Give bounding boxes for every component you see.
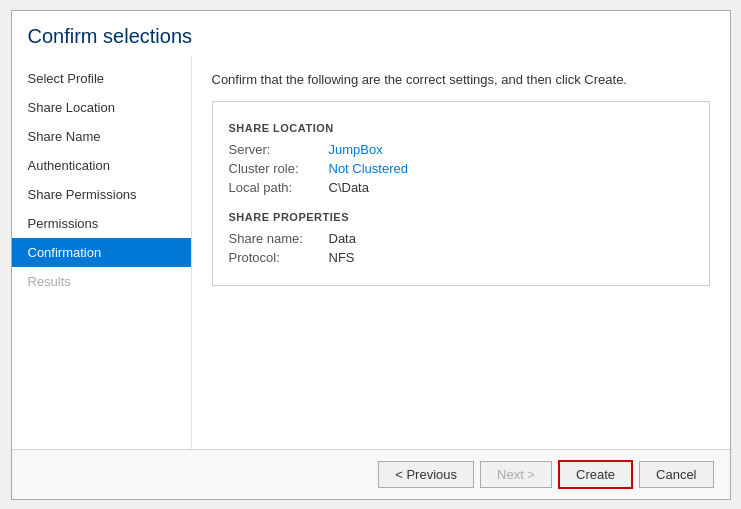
sidebar: Select Profile Share Location Share Name… bbox=[12, 56, 192, 449]
server-row: Server: JumpBox bbox=[229, 142, 693, 157]
create-button[interactable]: Create bbox=[558, 460, 633, 489]
share-properties-title: SHARE PROPERTIES bbox=[229, 211, 693, 223]
cancel-button[interactable]: Cancel bbox=[639, 461, 713, 488]
share-name-value: Data bbox=[329, 231, 356, 246]
cluster-role-value: Not Clustered bbox=[329, 161, 408, 176]
local-path-row: Local path: C\Data bbox=[229, 180, 693, 195]
dialog-title: Confirm selections bbox=[28, 25, 714, 48]
sidebar-item-permissions[interactable]: Permissions bbox=[12, 209, 191, 238]
sidebar-item-authentication[interactable]: Authentication bbox=[12, 151, 191, 180]
cluster-role-label: Cluster role: bbox=[229, 161, 329, 176]
server-value: JumpBox bbox=[329, 142, 383, 157]
sidebar-item-share-location[interactable]: Share Location bbox=[12, 93, 191, 122]
local-path-label: Local path: bbox=[229, 180, 329, 195]
protocol-value: NFS bbox=[329, 250, 355, 265]
cluster-role-row: Cluster role: Not Clustered bbox=[229, 161, 693, 176]
sidebar-item-select-profile[interactable]: Select Profile bbox=[12, 64, 191, 93]
description-text: Confirm that the following are the corre… bbox=[212, 72, 710, 87]
share-name-label: Share name: bbox=[229, 231, 329, 246]
sidebar-item-share-permissions[interactable]: Share Permissions bbox=[12, 180, 191, 209]
dialog-header: Confirm selections bbox=[12, 11, 730, 56]
sidebar-item-share-name[interactable]: Share Name bbox=[12, 122, 191, 151]
dialog-window: Confirm selections Select Profile Share … bbox=[11, 10, 731, 500]
previous-button[interactable]: < Previous bbox=[378, 461, 474, 488]
protocol-row: Protocol: NFS bbox=[229, 250, 693, 265]
confirmation-box: SHARE LOCATION Server: JumpBox Cluster r… bbox=[212, 101, 710, 286]
local-path-value: C\Data bbox=[329, 180, 369, 195]
sidebar-item-confirmation[interactable]: Confirmation bbox=[12, 238, 191, 267]
share-name-row: Share name: Data bbox=[229, 231, 693, 246]
dialog-footer: < Previous Next > Create Cancel bbox=[12, 449, 730, 499]
server-label: Server: bbox=[229, 142, 329, 157]
share-location-title: SHARE LOCATION bbox=[229, 122, 693, 134]
sidebar-item-results: Results bbox=[12, 267, 191, 296]
dialog-body: Select Profile Share Location Share Name… bbox=[12, 56, 730, 449]
protocol-label: Protocol: bbox=[229, 250, 329, 265]
main-content: Confirm that the following are the corre… bbox=[192, 56, 730, 449]
next-button: Next > bbox=[480, 461, 552, 488]
